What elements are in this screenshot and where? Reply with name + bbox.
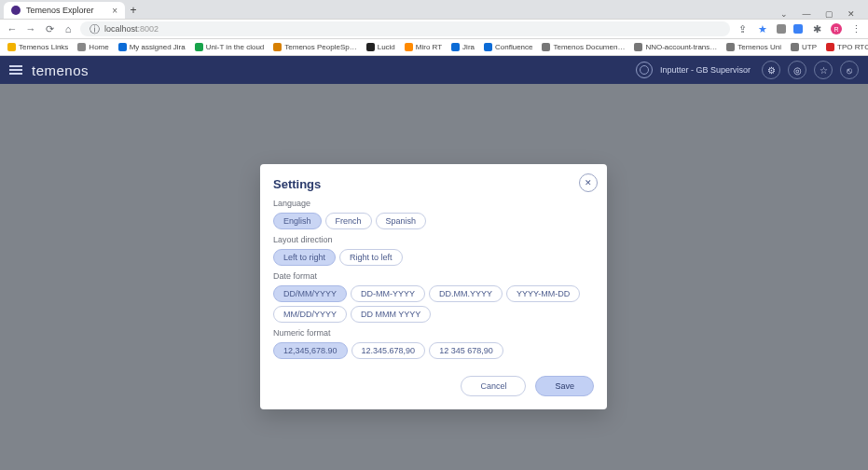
bookmark[interactable]: TPO RTC — [826, 43, 868, 51]
url-port: :8002 — [138, 24, 159, 34]
language-option-english[interactable]: English — [273, 213, 322, 229]
back-icon[interactable]: ← — [6, 23, 19, 35]
window-controls: ⌄ — ▢ ✕ — [778, 9, 864, 19]
bookmarks-bar: Temenos Links Home My assigned Jira Uni-… — [0, 39, 868, 56]
bookmark[interactable]: Confluence — [484, 43, 532, 51]
date-option-1[interactable]: DD/MM/YYYY — [273, 285, 347, 302]
brand-logo: temenos — [32, 62, 89, 78]
user-role-label: Inputter - GB Supervisor — [660, 65, 751, 75]
extension-icon[interactable] — [793, 24, 803, 34]
new-tab-button[interactable]: + — [125, 2, 142, 19]
layout-label: Layout direction — [273, 235, 594, 244]
tab-close-icon[interactable]: × — [112, 6, 117, 16]
extension-icon[interactable] — [777, 24, 786, 34]
bookmark-favicon-icon — [542, 43, 550, 51]
bookmark-label: UTP — [802, 43, 817, 51]
bookmark-favicon-icon — [118, 43, 127, 51]
language-option-spanish[interactable]: Spanish — [376, 213, 427, 229]
layout-option-rtl[interactable]: Right to left — [339, 249, 403, 266]
bookmark-label: Temenos Links — [19, 43, 68, 51]
close-icon[interactable]: ✕ — [579, 173, 598, 192]
gear-icon[interactable]: ⚙ — [762, 61, 780, 79]
bookmark-favicon-icon — [195, 43, 203, 51]
bookmark-favicon-icon — [826, 43, 834, 51]
bookmark-label: Temenos Documen… — [553, 43, 625, 51]
bookmark[interactable]: Jira — [451, 43, 475, 51]
bookmark[interactable]: Temenos Links — [7, 43, 68, 51]
date-option-6[interactable]: DD MMM YYYY — [351, 306, 431, 323]
date-format-segment: DD/MM/YYYY DD-MM-YYYY DD.MM.YYYY YYYY-MM… — [273, 285, 594, 323]
date-format-label: Date format — [273, 271, 594, 281]
home-icon[interactable]: ⌂ — [62, 23, 75, 35]
share-icon[interactable]: ⇪ — [736, 23, 749, 35]
cancel-button[interactable]: Cancel — [461, 376, 526, 396]
profile-avatar[interactable]: R — [831, 23, 842, 35]
settings-modal: ✕ Settings Language English French Spani… — [260, 164, 607, 409]
bookmark-favicon-icon — [634, 43, 642, 51]
app-header: temenos Inputter - GB Supervisor ⚙ ◎ ☆ ⎋ — [0, 56, 868, 84]
bookmark-label: NNO-account-trans… — [645, 43, 717, 51]
tab-title: Temenos Explorer — [26, 6, 94, 15]
forward-icon[interactable]: → — [24, 23, 37, 35]
language-option-french[interactable]: French — [325, 213, 372, 229]
target-icon[interactable]: ◎ — [788, 61, 806, 79]
bookmark-favicon-icon — [726, 43, 735, 51]
modal-title: Settings — [273, 177, 594, 191]
date-option-2[interactable]: DD-MM-YYYY — [351, 285, 425, 302]
bookmark-label: Temenos PeopleSp… — [284, 43, 356, 51]
bookmark[interactable]: My assigned Jira — [118, 43, 186, 51]
close-window-icon[interactable]: ✕ — [846, 9, 857, 19]
bookmark[interactable]: Temenos Uni — [726, 43, 781, 51]
modal-backdrop: ✕ Settings Language English French Spani… — [0, 84, 868, 470]
site-info-icon[interactable]: ⓘ — [88, 22, 101, 36]
bookmark-favicon-icon — [484, 43, 492, 51]
bookmark[interactable]: Lucid — [366, 43, 395, 51]
bookmark-label: Lucid — [378, 43, 395, 51]
bookmark-label: Home — [89, 43, 108, 51]
numeric-option-3[interactable]: 12 345 678,90 — [429, 342, 503, 359]
numeric-format-label: Numeric format — [273, 328, 594, 338]
tab-strip: Temenos Explorer × + ⌄ — ▢ ✕ — [0, 0, 868, 19]
modal-footer: Cancel Save — [273, 376, 594, 396]
bookmark[interactable]: NNO-account-trans… — [634, 43, 717, 51]
language-label: Language — [273, 199, 594, 208]
bookmark-label: Uni-T in the cloud — [206, 43, 265, 51]
date-option-5[interactable]: MM/DD/YYYY — [273, 306, 347, 323]
star-icon[interactable]: ☆ — [814, 61, 833, 79]
bookmark[interactable]: Home — [77, 43, 108, 51]
bookmark-favicon-icon — [273, 43, 282, 51]
save-button[interactable]: Save — [535, 376, 594, 396]
bookmark-label: My assigned Jira — [130, 43, 186, 51]
exit-icon[interactable]: ⎋ — [840, 61, 859, 79]
toolbar-right: ⇪ ★ ✱ R ⋮ — [736, 23, 862, 35]
header-actions: ⚙ ◎ ☆ ⎋ — [762, 61, 859, 79]
date-option-4[interactable]: YYYY-MM-DD — [506, 285, 580, 302]
bookmark[interactable]: Uni-T in the cloud — [195, 43, 265, 51]
tab-favicon-icon — [11, 6, 21, 15]
browser-tab[interactable]: Temenos Explorer × — [4, 2, 125, 19]
bookmark-star-icon[interactable]: ★ — [756, 23, 769, 35]
bookmark-favicon-icon — [405, 43, 413, 51]
bookmark-favicon-icon — [366, 43, 375, 51]
bookmark[interactable]: Temenos Documen… — [542, 43, 625, 51]
chevron-down-icon[interactable]: ⌄ — [778, 9, 790, 19]
bookmark[interactable]: Temenos PeopleSp… — [273, 43, 356, 51]
minimize-icon[interactable]: — — [801, 9, 812, 19]
layout-option-ltr[interactable]: Left to right — [273, 249, 336, 266]
user-role[interactable]: Inputter - GB Supervisor — [636, 62, 751, 78]
date-option-3[interactable]: DD.MM.YYYY — [429, 285, 503, 302]
bookmark[interactable]: UTP — [791, 43, 817, 51]
omnibox[interactable]: ⓘ localhost:8002 — [80, 21, 730, 36]
extensions-icon[interactable]: ✱ — [810, 23, 823, 35]
kebab-menu-icon[interactable]: ⋮ — [849, 23, 862, 35]
layout-segment: Left to right Right to left — [273, 249, 594, 266]
bookmark-favicon-icon — [451, 43, 460, 51]
numeric-option-1[interactable]: 12,345,678.90 — [273, 342, 348, 359]
bookmark-label: Confluence — [495, 43, 532, 51]
maximize-icon[interactable]: ▢ — [823, 9, 834, 19]
bookmark-label: TPO RTC — [837, 43, 868, 51]
numeric-option-2[interactable]: 12.345.678,90 — [351, 342, 426, 359]
bookmark[interactable]: Miro RT — [405, 43, 442, 51]
reload-icon[interactable]: ⟳ — [43, 23, 56, 35]
hamburger-menu-icon[interactable] — [9, 65, 22, 75]
